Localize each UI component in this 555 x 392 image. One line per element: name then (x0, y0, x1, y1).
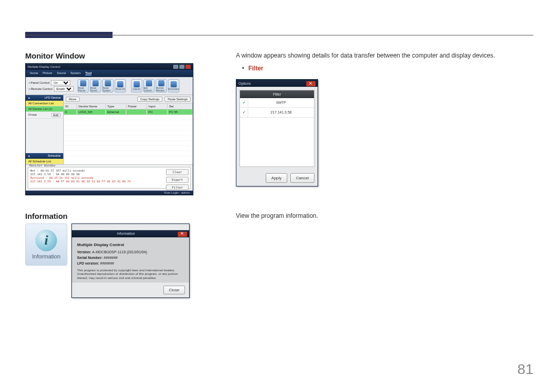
minimize-icon[interactable] (173, 65, 178, 69)
options-titlebar: Options (236, 80, 318, 87)
export-button[interactable]: Export (166, 177, 189, 183)
mdc-screenshot: Multiple Display Control Home Picture So… (25, 63, 193, 195)
reset-system-button[interactable]: Reset System (102, 79, 114, 92)
monitor-window-button[interactable]: Monitor Window (156, 79, 167, 92)
mdc-sidebar: ▾LFD Device All Connection List All Devi… (26, 95, 64, 164)
menu-home[interactable]: Home (30, 71, 38, 76)
clear-button[interactable]: Clear (166, 169, 189, 175)
sidebar-group[interactable]: GroupEdit (26, 112, 63, 119)
page-number: 81 (517, 361, 533, 378)
menu-sound[interactable]: Sound (57, 71, 66, 76)
panel-control-select[interactable]: On (51, 80, 70, 85)
legal-text: This program is protected by copyright l… (77, 268, 184, 279)
sidebar-schedule-header: ▾Schedule (26, 153, 63, 159)
filter-bullet-label: Filter (248, 64, 263, 73)
options-title: Options (238, 81, 251, 85)
checkmark-icon[interactable]: ✔ (240, 98, 248, 107)
mdc-toolbar: • Panel ControlOn • Remote ControlEnable… (26, 77, 193, 95)
information-desc: View the program information. (236, 212, 533, 220)
remote-control-select[interactable]: Enable (54, 86, 73, 91)
monitor-log-line: 217.141.3.58 : 8A 00 00 00 8A (30, 173, 144, 176)
sidebar-all-connection[interactable]: All Connection List (26, 101, 63, 106)
mdc-grid: Move Copy Settings Paste Settings ID Dev… (64, 95, 193, 164)
mdc-menubar: Home Picture Sound System Tool (26, 70, 193, 77)
monitor-log-line: 217.141.3.58 : AA FF 00 09 41 4D 30 31 0… (30, 180, 144, 183)
heading-information: Information (25, 212, 195, 220)
apply-button[interactable]: Apply (266, 173, 287, 183)
checkmark-icon[interactable]: ✔ (240, 108, 248, 117)
header-rule (25, 35, 533, 35)
bullet-icon: • (242, 64, 244, 73)
options-dialog: Options Filter ✔ SMTP ✔ 217.141.3.58 (236, 79, 318, 186)
information-button[interactable]: Information (168, 79, 179, 92)
options-button[interactable]: Options (131, 79, 142, 92)
info-icon: i (35, 230, 57, 251)
monitor-window-desc: A window appears showing details for dat… (236, 51, 533, 60)
filter-header: Filter (240, 90, 314, 99)
product-name: Multiple Display Control (77, 242, 184, 247)
reset-all-button[interactable]: Reset All (115, 79, 126, 92)
filter-row[interactable]: ✔ 217.141.3.58 (240, 108, 314, 118)
table-row[interactable]: 0 LFD0_MX Ethernet PC PC 55 (64, 109, 193, 115)
info-body: Multiple Display Control Version: A-MDCB… (72, 237, 189, 283)
monitor-log-line: Net : 00:01:57 167 milli seconds (30, 169, 144, 173)
close-icon[interactable]: × (178, 232, 187, 237)
heading-monitor-window: Monitor Window (25, 51, 195, 60)
cancel-button[interactable]: Cancel (290, 173, 314, 183)
information-dialog: Information × Multiple Display Control V… (71, 223, 190, 298)
filter-panel: Filter ✔ SMTP ✔ 217.141.3.58 (239, 90, 314, 167)
menu-picture[interactable]: Picture (43, 71, 52, 76)
panel-control-label: • Panel Control (29, 81, 49, 84)
move-button[interactable]: Move (66, 97, 80, 102)
monitor-panel: Monitor Window Net : 00:01:57 167 milli … (26, 164, 193, 191)
reset-picture-button[interactable]: Reset Picture (78, 79, 89, 92)
sidebar-lfd-header: ▾LFD Device (26, 95, 63, 101)
filter-button[interactable]: Filter (166, 184, 189, 191)
maximize-icon[interactable] (179, 65, 184, 69)
mdc-titlebar: Multiple Display Control (26, 64, 193, 70)
mdc-title: Multiple Display Control (28, 65, 60, 68)
information-icon-card[interactable]: i Information (25, 223, 67, 266)
menu-system[interactable]: System (70, 71, 81, 76)
info-dialog-title: Information (74, 232, 178, 236)
mdc-statusbar: Now Login : admin (26, 191, 193, 195)
paste-settings-button[interactable]: Paste Settings (164, 97, 191, 102)
reset-sound-button[interactable]: Reset Sound (90, 79, 101, 92)
grid-header: ID Device Name Type Power Input Set (64, 103, 193, 109)
copy-settings-button[interactable]: Copy Settings (137, 97, 162, 102)
info-icon-label: Information (32, 253, 60, 259)
sidebar-all-device-list[interactable]: All Device List (1) (26, 106, 63, 112)
grid-blank-rows (64, 115, 193, 164)
close-icon[interactable] (306, 81, 316, 86)
edit-column-button[interactable]: Edit Column (143, 79, 155, 92)
filter-row[interactable]: ✔ SMTP (240, 98, 314, 108)
close-icon[interactable] (186, 65, 191, 69)
menu-tool[interactable]: Tool (85, 71, 91, 76)
remote-control-label: • Remote Control (29, 87, 52, 90)
monitor-log-line: Received : 00:15:29 152 milli seconds (30, 176, 144, 180)
close-button[interactable]: Close (163, 286, 185, 294)
monitor-window-label: Monitor Window (29, 163, 55, 167)
